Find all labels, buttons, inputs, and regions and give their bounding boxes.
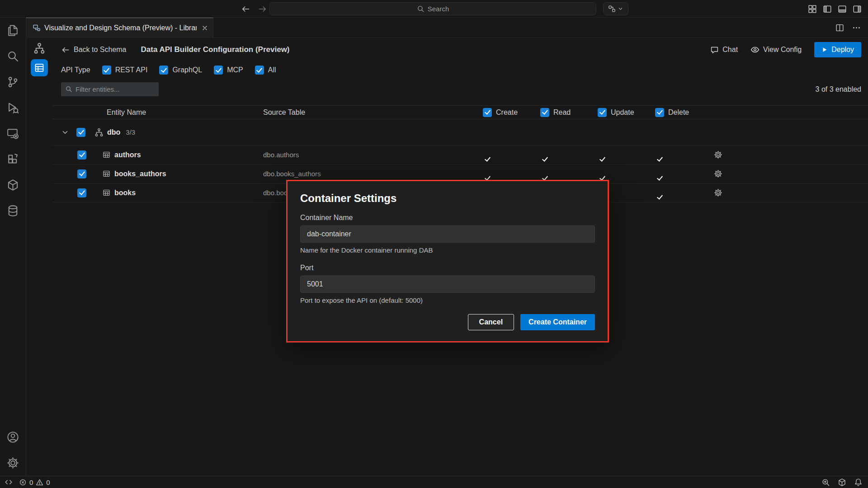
forward-arrow-icon[interactable] bbox=[258, 5, 267, 14]
back-to-schema-link[interactable]: Back to Schema bbox=[61, 46, 127, 54]
split-editor-icon[interactable] bbox=[835, 23, 844, 32]
table-icon bbox=[103, 189, 110, 197]
dialog-title: Container Settings bbox=[300, 192, 595, 205]
books-row-checkbox[interactable] bbox=[77, 188, 86, 197]
containers-cube-icon[interactable] bbox=[0, 172, 26, 198]
delete-all-checkbox[interactable] bbox=[655, 108, 664, 117]
settings-gear-icon[interactable] bbox=[0, 450, 26, 476]
schema-tab-icon bbox=[33, 24, 41, 32]
table-row-authors[interactable]: authors dbo.authors bbox=[52, 145, 868, 164]
enabled-summary: 3 of 3 enabled bbox=[816, 85, 861, 94]
config-view-tile-active[interactable] bbox=[31, 59, 48, 76]
explorer-icon[interactable] bbox=[0, 18, 26, 43]
back-arrow-icon bbox=[61, 46, 70, 54]
command-center-search[interactable]: Search bbox=[269, 2, 596, 15]
col-create: Create bbox=[483, 108, 540, 117]
back-arrow-icon[interactable] bbox=[241, 5, 250, 14]
port-input[interactable] bbox=[300, 276, 595, 293]
entity-name: books_authors bbox=[114, 170, 166, 178]
eye-icon bbox=[750, 45, 760, 54]
toggle-sidebar-icon[interactable] bbox=[823, 5, 832, 14]
rest-api-label: REST API bbox=[115, 66, 148, 74]
activity-bar-spacer bbox=[0, 224, 26, 424]
cancel-button[interactable]: Cancel bbox=[468, 314, 514, 330]
run-debug-icon[interactable] bbox=[0, 95, 26, 121]
entity-table-header: Entity Name Source Table Create Read Upd… bbox=[52, 105, 868, 119]
port-label: Port bbox=[300, 264, 595, 272]
container-status-icon[interactable] bbox=[838, 478, 846, 487]
webview-nav-rail bbox=[26, 38, 52, 476]
page-title: Data API Builder Configuration (Preview) bbox=[141, 45, 290, 54]
schema-group-row[interactable]: dbo 3/3 bbox=[52, 119, 868, 145]
create-container-button[interactable]: Create Container bbox=[520, 314, 595, 330]
errors-count: 0 bbox=[29, 479, 33, 486]
deploy-label: Deploy bbox=[831, 46, 854, 54]
authors-row-checkbox[interactable] bbox=[77, 150, 86, 160]
schema-view-icon[interactable] bbox=[33, 42, 45, 54]
container-name-help: Name for the Docker container running DA… bbox=[300, 246, 595, 254]
rest-api-checkbox[interactable] bbox=[102, 66, 111, 75]
group-name: dbo bbox=[107, 128, 120, 136]
errors-icon bbox=[19, 479, 27, 486]
all-checkbox[interactable] bbox=[255, 66, 264, 75]
chat-button[interactable]: Chat bbox=[710, 46, 738, 54]
create-all-checkbox[interactable] bbox=[483, 108, 492, 117]
graphql-checkbox[interactable] bbox=[159, 66, 168, 75]
tab-close-icon[interactable] bbox=[201, 24, 208, 32]
dbo-group-checkbox[interactable] bbox=[76, 128, 85, 137]
extensions-icon[interactable] bbox=[0, 146, 26, 172]
warnings-icon bbox=[36, 479, 43, 486]
workflow-icon bbox=[608, 5, 616, 13]
play-icon bbox=[821, 47, 828, 53]
warnings-count: 0 bbox=[46, 479, 50, 486]
filter-mcp[interactable]: MCP bbox=[214, 66, 243, 75]
header-actions: Chat View Config Deploy bbox=[710, 42, 861, 57]
zoom-icon[interactable] bbox=[821, 478, 830, 487]
remote-explorer-icon[interactable] bbox=[0, 121, 26, 146]
all-label: All bbox=[268, 66, 276, 74]
books-authors-row-checkbox[interactable] bbox=[77, 169, 86, 178]
mcp-checkbox[interactable] bbox=[214, 66, 223, 75]
authors-settings-gear-icon[interactable] bbox=[713, 150, 868, 159]
notifications-bell-icon[interactable] bbox=[854, 478, 863, 487]
table-icon bbox=[103, 151, 110, 159]
filter-all[interactable]: All bbox=[255, 66, 276, 75]
read-all-checkbox[interactable] bbox=[540, 108, 549, 117]
back-link-label: Back to Schema bbox=[74, 46, 127, 54]
filter-rest-api[interactable]: REST API bbox=[102, 66, 148, 75]
filter-search-icon bbox=[65, 85, 72, 93]
status-bar: 0 0 bbox=[0, 476, 868, 488]
account-icon[interactable] bbox=[0, 424, 26, 450]
books-authors-settings-gear-icon[interactable] bbox=[713, 169, 868, 178]
filter-graphql[interactable]: GraphQL bbox=[159, 66, 202, 75]
customize-layout-icon[interactable] bbox=[808, 5, 817, 14]
toggle-secondary-sidebar-icon[interactable] bbox=[853, 5, 862, 14]
tab-visualize-design-schema[interactable]: Visualize and Design Schema (Preview) - … bbox=[26, 18, 213, 38]
filter-entities-input[interactable] bbox=[61, 82, 159, 96]
session-dropdown[interactable] bbox=[603, 2, 628, 15]
col-read: Read bbox=[540, 108, 598, 117]
chat-label: Chat bbox=[722, 46, 738, 54]
col-entity-name: Entity Name bbox=[52, 108, 263, 117]
update-all-checkbox[interactable] bbox=[598, 108, 607, 117]
books-settings-gear-icon[interactable] bbox=[713, 188, 868, 197]
entity-filter-row: 3 of 3 enabled bbox=[52, 82, 868, 96]
history-nav bbox=[241, 0, 267, 18]
toggle-panel-icon[interactable] bbox=[838, 5, 847, 14]
deploy-button[interactable]: Deploy bbox=[814, 42, 861, 57]
chevron-down-icon[interactable] bbox=[61, 128, 69, 136]
chevron-down-icon bbox=[618, 6, 623, 12]
more-actions-icon[interactable] bbox=[852, 23, 861, 32]
search-sidebar-icon[interactable] bbox=[0, 43, 26, 69]
problems-indicator[interactable]: 0 0 bbox=[19, 479, 50, 486]
database-icon[interactable] bbox=[0, 198, 26, 224]
mcp-label: MCP bbox=[227, 66, 243, 74]
view-config-button[interactable]: View Config bbox=[750, 45, 802, 54]
container-name-label: Container Name bbox=[300, 214, 595, 222]
editor-actions bbox=[835, 18, 868, 38]
remote-indicator-icon[interactable] bbox=[5, 478, 13, 486]
container-name-input[interactable] bbox=[300, 225, 595, 243]
table-icon bbox=[103, 170, 110, 178]
activity-bar bbox=[0, 18, 26, 476]
source-control-icon[interactable] bbox=[0, 69, 26, 95]
